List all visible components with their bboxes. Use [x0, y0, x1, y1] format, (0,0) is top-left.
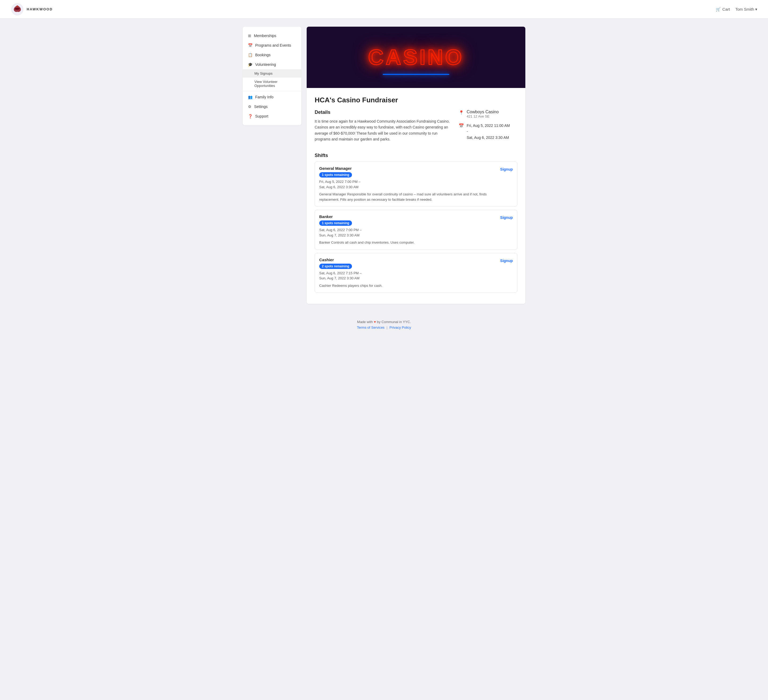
- sidebar-label-volunteering: Volunteering: [255, 62, 276, 67]
- programs-icon: 📅: [248, 43, 253, 48]
- settings-icon: ⚙: [248, 104, 251, 109]
- shift-time-line2-2: Sun, Aug 7, 2022 3:30 AM: [319, 276, 360, 280]
- sidebar: ⊞ Memberships 📅 Programs and Events 📋 Bo…: [243, 27, 301, 125]
- view-volunteer-label: View Volunteer Opportunities: [254, 80, 278, 88]
- footer-made-with: Made with ♥ by Communal in YYC.: [0, 320, 768, 324]
- event-description: It is time once again for a Hawkwood Com…: [315, 118, 451, 142]
- cart-label: Cart: [722, 7, 730, 11]
- sidebar-item-settings[interactable]: ⚙ Settings: [243, 102, 301, 112]
- event-columns: Details It is time once again for a Hawk…: [315, 110, 517, 145]
- svg-point-1: [16, 6, 18, 7]
- shift-name-1: Banker: [319, 214, 414, 219]
- shift-time-line1-1: Sat, Aug 6, 2022 7:00 PM –: [319, 228, 362, 232]
- shift-time-0: Fri, Aug 5, 2022 7:00 PM – Sat, Aug 6, 2…: [319, 179, 500, 190]
- location-name: Cowboys Casino: [467, 110, 499, 114]
- shift-desc-0: General Manager Responsible for overall …: [319, 192, 500, 202]
- sidebar-label-programs: Programs and Events: [255, 43, 291, 48]
- memberships-icon: ⊞: [248, 34, 251, 38]
- event-body: HCA's Casino Fundraiser Details It is ti…: [307, 88, 525, 304]
- shift-desc-1: Banker Controls all cash and chip invent…: [319, 240, 414, 245]
- footer-by-text: by Communal in YYC.: [377, 320, 411, 324]
- date-meta: 📅 Fri, Aug 5, 2022 11:00 AM - Sat, Aug 6…: [459, 123, 517, 141]
- shift-card-1: Banker 1 spots remaining Sat, Aug 6, 202…: [315, 210, 517, 250]
- signup-button-2[interactable]: Signup: [500, 257, 513, 264]
- bookings-icon: 📋: [248, 53, 253, 57]
- date-dash: -: [467, 128, 510, 134]
- support-icon: ❓: [248, 114, 253, 118]
- sidebar-item-volunteering[interactable]: 🎓 Volunteering: [243, 60, 301, 69]
- shifts-section: Shifts General Manager 1 spots remaining…: [315, 153, 517, 293]
- shift-header-0: General Manager 1 spots remaining Fri, A…: [319, 166, 513, 202]
- user-menu-button[interactable]: Tom Smith ▾: [735, 7, 757, 12]
- shifts-heading: Shifts: [315, 153, 517, 158]
- logo-text: HAWKWOOD: [27, 7, 53, 11]
- privacy-link[interactable]: Privacy Policy: [390, 326, 411, 329]
- event-hero: CASINO: [307, 27, 525, 88]
- signup-button-0[interactable]: Signup: [500, 166, 513, 173]
- footer-separator: |: [387, 326, 387, 329]
- shift-time-line1-0: Fri, Aug 5, 2022 7:00 PM –: [319, 180, 360, 184]
- sidebar-label-settings: Settings: [254, 104, 268, 109]
- event-content: CASINO HCA's Casino Fundraiser Details I…: [307, 27, 525, 304]
- sidebar-label-bookings: Bookings: [255, 53, 270, 57]
- shift-header-1: Banker 1 spots remaining Sat, Aug 6, 202…: [319, 214, 513, 245]
- user-name: Tom Smith: [735, 7, 754, 11]
- shift-time-line2-0: Sat, Aug 6, 2022 3:30 AM: [319, 185, 358, 189]
- calendar-icon: 📅: [459, 123, 464, 128]
- sidebar-item-memberships[interactable]: ⊞ Memberships: [243, 31, 301, 40]
- spots-badge-0: 1 spots remaining: [319, 172, 352, 177]
- shift-left-0: General Manager 1 spots remaining Fri, A…: [319, 166, 500, 202]
- cart-icon: 🛒: [716, 7, 721, 12]
- shift-left-2: Cashier 2 spots remaining Sat, Aug 6, 20…: [319, 257, 382, 288]
- cart-button[interactable]: 🛒 Cart: [716, 7, 730, 12]
- sidebar-item-family-info[interactable]: 👥 Family Info: [243, 92, 301, 102]
- event-title: HCA's Casino Fundraiser: [315, 96, 517, 104]
- location-icon: 📍: [459, 110, 464, 115]
- sidebar-label-support: Support: [255, 114, 268, 118]
- shift-name-0: General Manager: [319, 166, 500, 171]
- event-details-left: Details It is time once again for a Hawk…: [315, 110, 451, 145]
- sidebar-label-memberships: Memberships: [254, 34, 276, 38]
- shift-time-line2-1: Sun, Aug 7, 2022 3:30 AM: [319, 233, 360, 237]
- shift-card-0: General Manager 1 spots remaining Fri, A…: [315, 161, 517, 206]
- shift-card-2: Cashier 2 spots remaining Sat, Aug 6, 20…: [315, 253, 517, 293]
- location-info: Cowboys Casino 421 12 Ave SE: [467, 110, 499, 118]
- spots-badge-1: 1 spots remaining: [319, 221, 352, 226]
- date-info: Fri, Aug 5, 2022 11:00 AM - Sat, Aug 6, …: [467, 123, 510, 141]
- family-icon: 👥: [248, 95, 253, 99]
- chevron-down-icon: ▾: [755, 7, 757, 12]
- shift-time-1: Sat, Aug 6, 2022 7:00 PM – Sun, Aug 7, 2…: [319, 227, 414, 238]
- spots-badge-2: 2 spots remaining: [319, 264, 352, 269]
- sidebar-sub-my-signups[interactable]: My Signups: [243, 69, 301, 78]
- shift-time-line1-2: Sat, Aug 6, 2022 7:15 PM –: [319, 271, 362, 275]
- neon-glow-decoration: [382, 74, 450, 75]
- sidebar-item-programs-events[interactable]: 📅 Programs and Events: [243, 40, 301, 50]
- logo-icon: [11, 3, 24, 16]
- sidebar-sub-view-volunteer[interactable]: View Volunteer Opportunities: [243, 78, 301, 90]
- date-start: Fri, Aug 5, 2022 11:00 AM: [467, 123, 510, 128]
- location-address: 421 12 Ave SE: [467, 114, 499, 118]
- date-end: Sat, Aug 6, 2022 3:30 AM: [467, 134, 510, 141]
- heart-icon: ♥: [374, 320, 376, 324]
- sidebar-item-bookings[interactable]: 📋 Bookings: [243, 50, 301, 60]
- sidebar-item-support[interactable]: ❓ Support: [243, 112, 301, 121]
- footer-links: Terms of Services | Privacy Policy: [0, 326, 768, 329]
- signup-button-1[interactable]: Signup: [500, 214, 513, 221]
- footer-made-text: Made with: [357, 320, 373, 324]
- terms-link[interactable]: Terms of Services: [357, 326, 384, 329]
- header-right: 🛒 Cart Tom Smith ▾: [716, 7, 757, 12]
- event-meta-right: 📍 Cowboys Casino 421 12 Ave SE 📅 Fri, Au…: [459, 110, 517, 145]
- casino-hero-text: CASINO: [368, 45, 464, 70]
- sidebar-label-family: Family Info: [255, 95, 274, 99]
- logo[interactable]: HAWKWOOD: [11, 3, 53, 16]
- casino-sign: CASINO: [368, 45, 464, 70]
- my-signups-label: My Signups: [254, 72, 272, 75]
- shift-name-2: Cashier: [319, 257, 382, 262]
- details-heading: Details: [315, 110, 451, 115]
- shift-time-2: Sat, Aug 6, 2022 7:15 PM – Sun, Aug 7, 2…: [319, 270, 382, 281]
- header: HAWKWOOD 🛒 Cart Tom Smith ▾: [0, 0, 768, 19]
- location-meta: 📍 Cowboys Casino 421 12 Ave SE: [459, 110, 517, 118]
- main-layout: ⊞ Memberships 📅 Programs and Events 📋 Bo…: [237, 27, 531, 304]
- shift-left-1: Banker 1 spots remaining Sat, Aug 6, 202…: [319, 214, 414, 245]
- shift-header-2: Cashier 2 spots remaining Sat, Aug 6, 20…: [319, 257, 513, 288]
